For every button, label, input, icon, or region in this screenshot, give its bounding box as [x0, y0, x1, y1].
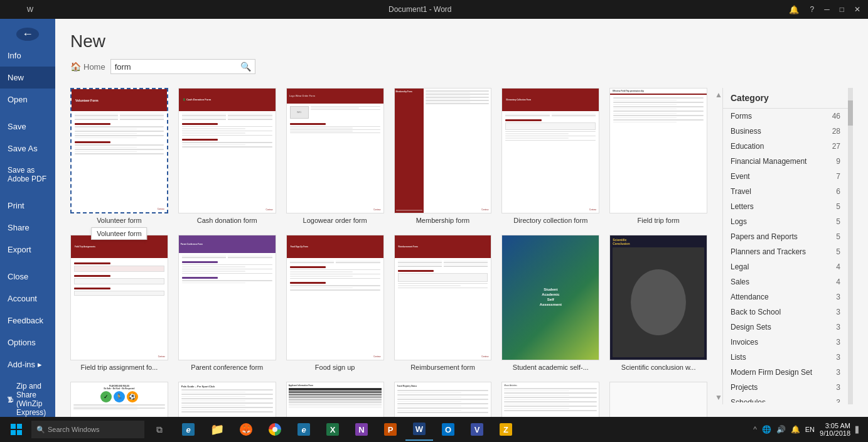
- template-fieldtrip-form[interactable]: Effective Field Trip permission slip: [609, 88, 707, 225]
- template-label-fieldtrip-form: Field trip form: [609, 216, 707, 225]
- category-education[interactable]: Education 27: [723, 139, 848, 154]
- template-student-academic[interactable]: StudentAcademicSelfAssessment Student ac…: [501, 235, 599, 372]
- category-panel: ▲ ▼ Category Forms 46 Business 28: [715, 88, 853, 404]
- category-label: Letters: [731, 202, 754, 211]
- notification-bell-icon[interactable]: 🔔: [791, 425, 800, 434]
- taskbar-app-ie[interactable]: e: [174, 418, 202, 441]
- category-scrollbar[interactable]: [848, 88, 853, 404]
- minimize-button[interactable]: ─: [822, 5, 832, 14]
- category-backtoschool[interactable]: Back to School 3: [723, 305, 848, 320]
- sidebar-item-new[interactable]: New: [0, 67, 55, 89]
- excel-icon: X: [326, 423, 339, 436]
- home-link[interactable]: 🏠 Home: [70, 62, 105, 72]
- template-directory[interactable]: Elementary Collection Form: [501, 88, 599, 225]
- category-label: Sales: [731, 278, 749, 286]
- back-button[interactable]: ←: [16, 28, 39, 41]
- scrollbar-thumb[interactable]: [848, 100, 853, 126]
- sidebar-item-saveas[interactable]: Save As: [0, 137, 55, 159]
- start-button[interactable]: [3, 418, 30, 441]
- taskbar-app-firefox[interactable]: 🦊: [232, 418, 260, 441]
- category-invoices[interactable]: Invoices 3: [723, 335, 848, 350]
- template-volunteer-form[interactable]: Volunteer Form: [70, 88, 168, 225]
- template-playground[interactable]: PLAYGROUND RULESBe Safe – Be Kind – Be R…: [70, 382, 168, 417]
- search-button[interactable]: 🔍: [240, 62, 251, 72]
- category-event[interactable]: Event 7: [723, 169, 848, 184]
- clock-display: 3:05 AM 9/10/2018: [820, 422, 850, 437]
- category-designsets[interactable]: Design Sets 3: [723, 320, 848, 335]
- network-icon[interactable]: 🌐: [762, 425, 771, 434]
- taskbar-app-folder[interactable]: 📁: [203, 418, 231, 441]
- category-count: 28: [832, 127, 840, 136]
- template-food-signup[interactable]: Food Sign-Up Form: [286, 235, 384, 372]
- tray-expand-icon[interactable]: ^: [753, 425, 757, 434]
- taskbar-app-word[interactable]: W: [405, 418, 433, 441]
- sidebar-item-info[interactable]: Info: [0, 45, 55, 67]
- sidebar-item-zipzip[interactable]: 🗜 Zip and Share (WinZip Express): [0, 375, 55, 417]
- category-sales[interactable]: Sales 4: [723, 274, 848, 289]
- category-projects[interactable]: Projects 3: [723, 380, 848, 395]
- sidebar-item-share[interactable]: Share: [0, 217, 55, 239]
- category-logs[interactable]: Logs 5: [723, 214, 848, 229]
- category-papers[interactable]: Papers and Reports 5: [723, 229, 848, 244]
- taskbar-app-visio[interactable]: V: [463, 418, 491, 441]
- category-count: 3: [836, 353, 840, 362]
- notification-icon[interactable]: 🔔: [785, 5, 803, 14]
- category-schedules[interactable]: Schedules 3: [723, 395, 848, 402]
- template-17[interactable]: Music Activities: [501, 382, 599, 417]
- category-modernfirm[interactable]: Modern Firm Design Set 3: [723, 365, 848, 380]
- taskbar-app-onenote[interactable]: N: [348, 418, 375, 441]
- category-legal[interactable]: Legal 4: [723, 259, 848, 274]
- category-lists[interactable]: Lists 3: [723, 350, 848, 365]
- template-18[interactable]: [609, 382, 707, 417]
- template-fieldtrip-assign[interactable]: Field Trip Assignments: [70, 235, 168, 372]
- template-cash-donation[interactable]: 💲 Cash Donation Form: [178, 88, 276, 225]
- template-scientific[interactable]: Scientific Conclusion Scientific conclus…: [609, 235, 707, 372]
- taskbar-app-excel[interactable]: X: [319, 418, 346, 441]
- category-travel[interactable]: Travel 6: [723, 184, 848, 199]
- template-parent-conf[interactable]: Parent Conference Form: [178, 235, 276, 372]
- template-logowear[interactable]: Logo Wear Order Form IMG: [286, 88, 384, 225]
- close-button[interactable]: ✕: [852, 5, 863, 14]
- sidebar-item-export[interactable]: Export: [0, 239, 55, 261]
- show-desktop-button[interactable]: ▋: [855, 426, 860, 433]
- category-financial[interactable]: Financial Management 9: [723, 154, 848, 169]
- category-planners[interactable]: Planners and Trackers 5: [723, 244, 848, 259]
- sidebar-item-print[interactable]: Print: [0, 195, 55, 217]
- category-letters[interactable]: Letters 5: [723, 199, 848, 214]
- sidebar-item-save-adobe[interactable]: Save as Adobe PDF: [0, 159, 55, 190]
- category-label: Forms: [731, 112, 752, 121]
- taskbar-app-zip[interactable]: Z: [492, 418, 520, 441]
- scroll-down-arrow[interactable]: ▼: [715, 393, 722, 402]
- sidebar-item-feedback[interactable]: Feedback: [0, 310, 55, 332]
- powerpoint-icon: P: [384, 423, 397, 436]
- sidebar-item-options[interactable]: Options: [0, 332, 55, 353]
- maximize-button[interactable]: □: [837, 5, 847, 14]
- template-16[interactable]: Travel Registry Status: [394, 382, 492, 417]
- sidebar-item-close[interactable]: Close: [0, 266, 55, 288]
- category-forms[interactable]: Forms 46: [723, 109, 848, 124]
- sidebar-item-open[interactable]: Open: [0, 89, 55, 110]
- search-input[interactable]: [115, 62, 240, 72]
- template-membership[interactable]: Membership Form: [394, 88, 492, 225]
- search-bar: 🏠 Home 🔍: [70, 59, 853, 74]
- sidebar-item-save[interactable]: Save: [0, 116, 55, 137]
- time-display: 3:05 AM: [820, 422, 850, 429]
- template-14[interactable]: Pals Guide – Per Sport Club: [178, 382, 276, 417]
- category-attendance[interactable]: Attendance 3: [723, 289, 848, 305]
- taskbar-app-ie2[interactable]: e: [290, 418, 318, 441]
- taskbar-app-powerpoint[interactable]: P: [377, 418, 404, 441]
- volume-icon[interactable]: 🔊: [776, 425, 786, 434]
- sidebar-item-addins[interactable]: Add-ins ▸: [0, 353, 55, 375]
- taskbar-app-outlook[interactable]: O: [434, 418, 462, 441]
- category-label: Travel: [731, 187, 751, 196]
- taskbar-search[interactable]: 🔍 Search Windows: [31, 421, 144, 438]
- template-reimbursement[interactable]: Reimbursement Form Co: [394, 235, 492, 372]
- template-15[interactable]: Applicant Information Form: [286, 382, 384, 417]
- scroll-up-arrow[interactable]: ▲: [715, 90, 722, 99]
- help-button[interactable]: ?: [808, 5, 817, 14]
- task-view-button[interactable]: ⧉: [146, 418, 173, 441]
- taskbar-app-chrome[interactable]: [261, 418, 289, 441]
- sidebar-item-account[interactable]: Account: [0, 288, 55, 310]
- category-count: 46: [832, 112, 840, 121]
- category-business[interactable]: Business 28: [723, 124, 848, 139]
